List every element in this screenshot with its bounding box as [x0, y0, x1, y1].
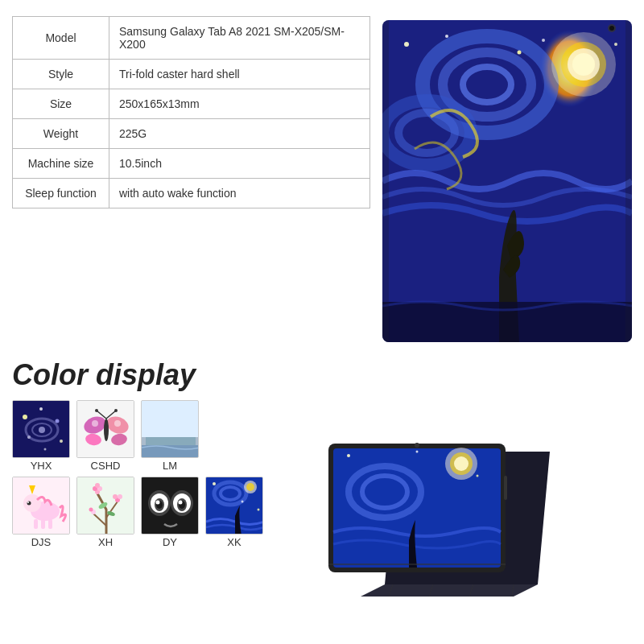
spec-value-4: 10.5inch: [109, 149, 370, 179]
svg-rect-18: [625, 20, 632, 342]
swatch-item-cshd[interactable]: CSHD: [76, 400, 134, 472]
svg-rect-52: [34, 519, 38, 529]
spec-label-3: Weight: [13, 119, 109, 149]
tablet-bottom-image: [237, 400, 628, 632]
svg-point-42: [92, 420, 98, 427]
svg-point-98: [415, 451, 418, 453]
swatch-box-dy: [141, 477, 199, 535]
svg-point-100: [415, 443, 419, 448]
swatch-label-cshd: CSHD: [91, 460, 121, 472]
spec-value-5: with auto wake function: [109, 179, 370, 208]
swatch-item-dy[interactable]: DY: [141, 477, 199, 548]
spec-label-5: Sleep function: [13, 179, 109, 208]
product-svg: [382, 20, 632, 342]
svg-point-85: [213, 482, 216, 485]
svg-point-96: [454, 456, 469, 471]
swatch-item-lm[interactable]: LM: [141, 400, 199, 472]
swatch-label-lm: LM: [163, 460, 177, 472]
bottom-row: YHX: [12, 400, 628, 632]
svg-point-61: [95, 483, 100, 488]
svg-point-27: [60, 440, 63, 443]
swatch-item-djs[interactable]: DJS: [12, 477, 70, 548]
spec-value-2: 250x165x13mm: [109, 89, 370, 119]
spec-label-0: Model: [13, 17, 109, 60]
swatch-box-yhx: [12, 400, 70, 458]
svg-point-63: [113, 494, 118, 499]
svg-point-40: [95, 409, 98, 412]
svg-point-99: [476, 475, 478, 477]
spec-value-0: Samsung Galaxy Tab A8 2021 SM-X205/SM-X2…: [109, 17, 370, 60]
svg-rect-16: [382, 302, 632, 342]
specs-table: ModelSamsung Galaxy Tab A8 2021 SM-X205/…: [12, 16, 370, 208]
svg-point-31: [39, 427, 45, 433]
svg-point-37: [104, 419, 109, 441]
svg-rect-46: [142, 401, 199, 437]
svg-point-43: [114, 420, 121, 427]
spec-value-1: Tri-fold caster hard shell: [109, 60, 370, 89]
swatch-box-djs: [12, 477, 70, 535]
spec-label-2: Size: [13, 89, 109, 119]
svg-point-50: [23, 494, 41, 512]
svg-point-13: [518, 51, 522, 55]
color-display-title: Color display: [12, 358, 628, 392]
svg-point-79: [179, 501, 183, 505]
svg-rect-53: [41, 519, 45, 529]
svg-point-55: [27, 502, 31, 506]
svg-point-24: [39, 407, 43, 411]
svg-rect-17: [382, 20, 389, 342]
svg-point-10: [572, 53, 595, 76]
svg-point-12: [445, 35, 448, 38]
swatch-box-cshd: [76, 400, 134, 458]
svg-point-14: [542, 39, 545, 42]
swatch-label-dy: DY: [163, 536, 177, 548]
swatch-item-xh[interactable]: XH: [76, 477, 134, 548]
product-image-wrap: [378, 8, 636, 354]
swatch-label-yhx: YHX: [31, 460, 52, 472]
svg-point-20: [609, 26, 614, 31]
svg-marker-88: [361, 584, 538, 597]
spec-value-3: 225G: [109, 119, 370, 149]
svg-point-15: [614, 43, 617, 46]
svg-point-23: [23, 415, 27, 419]
swatch-item-yhx[interactable]: YHX: [12, 400, 70, 472]
bottom-section: Color display: [8, 354, 636, 636]
svg-point-41: [114, 409, 118, 412]
specs-table-wrap: ModelSamsung Galaxy Tab A8 2021 SM-X205/…: [8, 8, 378, 354]
svg-point-28: [44, 448, 47, 451]
svg-point-64: [118, 494, 122, 499]
color-swatches-wrap: YHX: [12, 400, 237, 632]
product-image: [382, 20, 632, 342]
tablet-standing-svg: [320, 427, 554, 605]
svg-rect-54: [48, 519, 52, 529]
spec-label-1: Style: [13, 60, 109, 89]
swatch-row-2: DJS: [12, 477, 237, 548]
svg-rect-101: [504, 476, 507, 500]
svg-point-97: [347, 454, 350, 457]
svg-point-66: [89, 508, 93, 512]
swatch-row-1: YHX: [12, 400, 237, 472]
top-section: ModelSamsung Galaxy Tab A8 2021 SM-X205/…: [8, 8, 636, 354]
svg-point-56: [27, 502, 29, 503]
spec-label-4: Machine size: [13, 149, 109, 179]
svg-point-74: [156, 501, 160, 505]
swatch-box-lm: [141, 400, 199, 458]
page-wrapper: ModelSamsung Galaxy Tab A8 2021 SM-X205/…: [0, 0, 644, 644]
svg-point-11: [404, 42, 409, 47]
swatch-label-xh: XH: [98, 536, 113, 548]
swatch-label-djs: DJS: [31, 536, 52, 548]
swatch-box-xh: [76, 477, 134, 535]
